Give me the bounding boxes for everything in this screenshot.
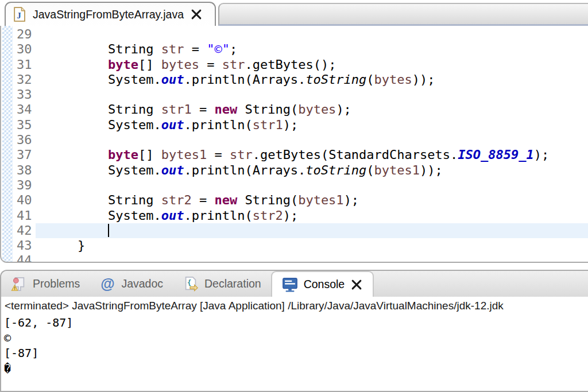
line-number[interactable]: 35 xyxy=(17,118,32,133)
code-line[interactable] xyxy=(47,133,588,148)
line-number[interactable]: 39 xyxy=(17,178,32,193)
code-line[interactable]: byte[] bytes1 = str.getBytes(StandardCha… xyxy=(47,148,588,162)
console-output-line: [-62, -87] xyxy=(4,315,588,331)
code-area[interactable]: String str = "©"; byte[] bytes = str.get… xyxy=(47,27,588,263)
line-number[interactable]: 41 xyxy=(17,208,32,223)
line-number[interactable]: 42 xyxy=(17,223,32,238)
code-line[interactable] xyxy=(47,223,588,238)
console-status-line: <terminated> JavaStringFromByteArray [Ja… xyxy=(1,297,588,314)
tab-declaration-label: Declaration xyxy=(204,277,261,290)
code-line[interactable] xyxy=(47,253,588,263)
code-line[interactable] xyxy=(47,178,588,193)
line-number[interactable]: 33 xyxy=(17,87,32,102)
line-number[interactable]: 44 xyxy=(17,253,32,263)
console-output-line: � xyxy=(4,361,588,377)
code-line[interactable]: System.out.println(str1); xyxy=(47,118,588,133)
console-output-line: [-87] xyxy=(4,346,588,361)
line-number-gutter[interactable]: 29303132333435363738394041424344 xyxy=(17,27,32,263)
tab-problems-label: Problems xyxy=(33,277,80,290)
line-number[interactable]: 29 xyxy=(17,27,32,42)
console-close-icon[interactable] xyxy=(350,278,363,291)
code-line[interactable]: System.out.println(str2); xyxy=(47,208,588,223)
console-view: Problems @ Javadoc { Declaration xyxy=(0,270,588,392)
code-line[interactable]: } xyxy=(47,238,588,253)
line-number[interactable]: 30 xyxy=(17,42,32,57)
line-number[interactable]: 31 xyxy=(17,57,32,72)
tab-declaration[interactable]: { Declaration xyxy=(173,271,271,297)
console-output-line: © xyxy=(4,331,588,346)
code-line[interactable]: byte[] bytes = str.getBytes(); xyxy=(47,57,588,72)
console-icon xyxy=(282,277,298,293)
editor-tabbar-empty-area xyxy=(218,3,588,26)
console-output[interactable]: [-62, -87]©[-87]� xyxy=(1,314,588,376)
svg-text:{: { xyxy=(187,278,191,286)
line-number[interactable]: 37 xyxy=(17,148,32,162)
javadoc-at-icon: @ xyxy=(99,275,115,292)
console-tab-bar: Problems @ Javadoc { Declaration xyxy=(1,271,588,297)
tab-problems[interactable]: Problems xyxy=(1,271,90,297)
code-line[interactable] xyxy=(47,87,588,102)
editor-tab-javastringfrombytearray[interactable]: J JavaStringFromByteArray.java xyxy=(5,2,216,26)
tab-console[interactable]: Console xyxy=(271,271,374,297)
line-number[interactable]: 36 xyxy=(17,133,32,148)
line-number[interactable]: 40 xyxy=(17,193,32,208)
java-file-icon: J xyxy=(13,7,26,22)
line-number[interactable]: 43 xyxy=(17,238,32,253)
text-cursor xyxy=(108,224,110,237)
line-number[interactable]: 38 xyxy=(17,163,32,178)
code-editor[interactable]: 29303132333435363738394041424344 String … xyxy=(0,26,588,263)
editor-tab-bar: J JavaStringFromByteArray.java xyxy=(0,0,588,26)
tab-javadoc-label: Javadoc xyxy=(121,277,163,290)
code-line[interactable]: String str = "©"; xyxy=(47,42,588,57)
code-line[interactable] xyxy=(47,27,588,42)
code-line[interactable]: System.out.println(Arrays.toString(bytes… xyxy=(47,72,588,87)
quickdiff-strip xyxy=(2,26,13,262)
close-icon[interactable] xyxy=(190,8,203,21)
line-number[interactable]: 32 xyxy=(17,72,32,87)
code-line[interactable]: String str2 = new String(bytes1); xyxy=(47,193,588,208)
code-line[interactable]: System.out.println(Arrays.toString(bytes… xyxy=(47,163,588,178)
eclipse-window: J JavaStringFromByteArray.java 293031323… xyxy=(0,0,588,392)
problems-icon xyxy=(11,276,27,292)
tab-javadoc[interactable]: @ Javadoc xyxy=(90,271,173,297)
tab-console-label: Console xyxy=(304,278,345,291)
editor-tab-title: JavaStringFromByteArray.java xyxy=(33,8,184,21)
line-number[interactable]: 34 xyxy=(17,102,32,117)
code-line[interactable]: String str1 = new String(bytes); xyxy=(47,102,588,117)
svg-text:J: J xyxy=(17,11,21,20)
declaration-icon: { xyxy=(183,276,199,292)
